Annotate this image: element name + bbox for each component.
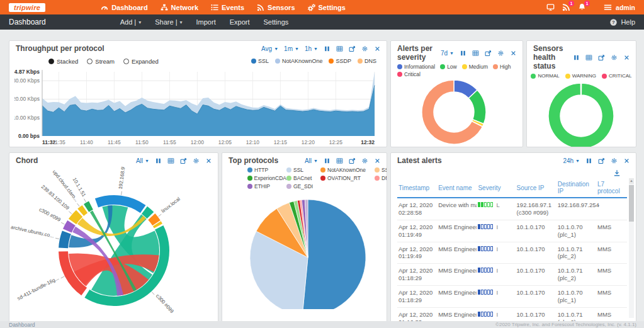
chord-diagram[interactable]: 192.168.97.254linux.localc300 #099sd-411… bbox=[9, 166, 218, 319]
legend-item[interactable]: Low bbox=[440, 64, 457, 70]
close-button[interactable] bbox=[623, 157, 630, 164]
top-protocols-pie[interactable] bbox=[222, 189, 387, 309]
breadcrumb[interactable]: Dashboard bbox=[9, 322, 35, 328]
scroll-thumb[interactable] bbox=[629, 185, 634, 222]
user-menu[interactable]: admin bbox=[604, 3, 635, 11]
legend-item[interactable]: WARNING bbox=[565, 73, 596, 79]
legend-item[interactable]: BACnet bbox=[286, 175, 320, 181]
chevron-down-icon[interactable]: ▾ bbox=[180, 20, 183, 25]
topbar-icon-notifications[interactable]: 1 bbox=[578, 3, 586, 11]
close-button[interactable] bbox=[205, 157, 212, 164]
tripwire-logo[interactable]: tripwire bbox=[9, 3, 45, 12]
legend-item[interactable]: ExperionCDA bbox=[247, 175, 286, 181]
sensors-health-donut[interactable] bbox=[527, 80, 636, 147]
column-header-l7-protocol[interactable]: L7 protocol bbox=[596, 178, 627, 198]
close-button[interactable] bbox=[510, 50, 517, 57]
dropdown-24h[interactable]: 24h▼ bbox=[563, 157, 580, 164]
table-row[interactable]: Apr 12, 202001:18:29MMS Engineering...I1… bbox=[397, 286, 627, 308]
legend-item[interactable]: Critical bbox=[397, 71, 421, 77]
table-button[interactable] bbox=[585, 54, 592, 61]
close-button[interactable] bbox=[374, 157, 381, 164]
gear-button[interactable] bbox=[361, 157, 368, 164]
table-button[interactable] bbox=[336, 45, 343, 52]
chevron-down-icon[interactable]: ▾ bbox=[138, 20, 141, 25]
close-button[interactable] bbox=[623, 54, 630, 61]
export-button[interactable] bbox=[485, 50, 492, 57]
table-button[interactable] bbox=[336, 157, 343, 164]
menubar-item-add[interactable]: Add |▾ bbox=[120, 18, 142, 26]
column-header-destination-ip[interactable]: Destination IP bbox=[556, 178, 596, 198]
gear-button[interactable] bbox=[611, 54, 618, 61]
legend-item[interactable]: SSL bbox=[251, 58, 269, 64]
pause-button[interactable] bbox=[573, 54, 580, 61]
legend-item[interactable]: ETHIP bbox=[247, 183, 286, 189]
table-scrollbar[interactable]: ▲ bbox=[629, 178, 634, 318]
topbar-icon-displays[interactable] bbox=[546, 3, 555, 11]
legend-item[interactable]: OVATION_RT bbox=[320, 175, 375, 181]
pause-button[interactable] bbox=[324, 157, 330, 164]
table-row[interactable]: Apr 12, 202002:28:58Device with many...L… bbox=[397, 198, 627, 220]
table-row[interactable]: Apr 12, 202001:19:49MMS Engineering...I1… bbox=[397, 220, 627, 242]
dropdown-avg[interactable]: Avg▼ bbox=[261, 45, 278, 52]
alerts-severity-donut[interactable] bbox=[391, 78, 523, 147]
menubar-item-share[interactable]: Share |▾ bbox=[155, 18, 182, 26]
mode-radio-stream[interactable]: Stream bbox=[87, 58, 115, 65]
table-row[interactable]: Apr 12, 202001:19:49MMS Engineering...I1… bbox=[397, 242, 627, 264]
nav-item-settings[interactable]: Settings bbox=[308, 4, 346, 11]
topbar-icon-sensor-alerts[interactable]: 1 bbox=[562, 3, 570, 11]
mode-radio-stacked[interactable]: Stacked bbox=[48, 58, 78, 65]
legend-item[interactable]: SSDP bbox=[329, 58, 351, 64]
pause-button[interactable] bbox=[324, 45, 330, 52]
nav-item-dashboard[interactable]: Dashboard bbox=[101, 4, 147, 11]
menubar-item-settings[interactable]: Settings bbox=[264, 18, 289, 26]
column-header-source-ip[interactable]: Source IP bbox=[516, 178, 556, 198]
dropdown-1m[interactable]: 1m▼ bbox=[284, 45, 299, 52]
legend-item[interactable]: Informational bbox=[397, 64, 435, 70]
export-button[interactable] bbox=[180, 157, 187, 164]
dropdown-1h[interactable]: 1h▼ bbox=[305, 45, 318, 52]
export-button[interactable] bbox=[349, 157, 356, 164]
menubar-item-export[interactable]: Export bbox=[230, 18, 250, 26]
legend-item[interactable]: SSL bbox=[286, 167, 320, 173]
export-button[interactable] bbox=[598, 157, 605, 164]
legend-item[interactable]: SSH bbox=[375, 167, 387, 173]
column-header-timestamp[interactable]: Timestamp bbox=[397, 178, 437, 198]
dropdown-7d[interactable]: 7d▼ bbox=[441, 50, 454, 57]
pause-button[interactable] bbox=[460, 50, 466, 57]
gear-button[interactable] bbox=[193, 157, 200, 164]
pause-button[interactable] bbox=[155, 157, 162, 164]
nav-item-network[interactable]: Network bbox=[161, 4, 198, 11]
dropdown-all[interactable]: All▼ bbox=[305, 157, 318, 164]
legend-item[interactable]: CRITICAL bbox=[602, 73, 631, 79]
legend-item[interactable]: Medium bbox=[462, 64, 488, 70]
gear-button[interactable] bbox=[361, 45, 368, 52]
export-button[interactable] bbox=[598, 54, 605, 61]
legend-item[interactable]: NotAKnownOne bbox=[275, 58, 323, 64]
legend-item[interactable]: DNS bbox=[358, 58, 376, 64]
legend-item[interactable]: DNP3 bbox=[375, 175, 387, 181]
table-button[interactable] bbox=[472, 50, 479, 57]
gear-button[interactable] bbox=[611, 157, 618, 164]
gear-button[interactable] bbox=[497, 50, 504, 57]
column-header-severity[interactable]: Severity bbox=[477, 178, 515, 198]
legend-item[interactable]: NORMAL bbox=[531, 73, 559, 79]
nav-item-events[interactable]: Events bbox=[211, 4, 244, 11]
dropdown-all[interactable]: All▼ bbox=[136, 157, 149, 164]
nav-item-sensors[interactable]: Sensors bbox=[257, 4, 295, 11]
help-button[interactable]: ? Help bbox=[609, 18, 635, 26]
throughput-area-chart[interactable]: 34.87 Kbps30.00 Kbps20.00 Kbps10.00 Kbps… bbox=[14, 67, 383, 147]
table-button[interactable] bbox=[167, 157, 174, 164]
table-row[interactable]: Apr 12, 202001:16:33MMS Engineering...I1… bbox=[397, 307, 627, 322]
close-button[interactable] bbox=[374, 45, 381, 52]
table-row[interactable]: Apr 12, 202001:18:29MMS Engineering...I1… bbox=[397, 264, 627, 286]
scroll-up-arrow[interactable]: ▲ bbox=[629, 178, 634, 184]
download-icon[interactable] bbox=[613, 169, 621, 177]
legend-item[interactable]: GE_SDI bbox=[286, 183, 320, 189]
column-header-event-name[interactable]: Event name bbox=[437, 178, 477, 198]
legend-item[interactable]: HTTP bbox=[247, 167, 286, 173]
legend-item[interactable]: NotAKnownOne bbox=[320, 167, 375, 173]
mode-radio-expanded[interactable]: Expanded bbox=[123, 58, 159, 65]
menubar-item-import[interactable]: Import bbox=[196, 18, 216, 26]
pause-button[interactable] bbox=[585, 157, 592, 164]
legend-item[interactable]: High bbox=[493, 64, 511, 70]
